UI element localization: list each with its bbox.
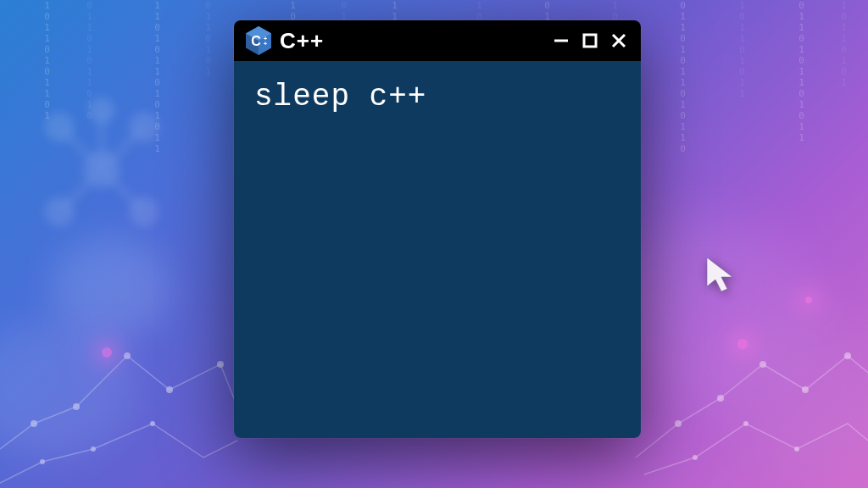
window-title: C++ [280, 28, 542, 54]
svg-point-23 [844, 352, 851, 359]
code-content-area[interactable]: sleep c++ [234, 61, 641, 438]
svg-point-13 [124, 352, 131, 359]
svg-point-21 [760, 361, 766, 368]
svg-point-14 [166, 386, 173, 393]
svg-point-26 [794, 446, 799, 452]
svg-text:+: + [264, 41, 267, 47]
maximize-icon [581, 32, 598, 49]
svg-point-25 [743, 421, 748, 426]
minimize-icon [553, 32, 570, 49]
svg-point-15 [217, 361, 224, 368]
code-window: C + + C++ sleep c++ [234, 20, 641, 438]
svg-point-11 [31, 420, 37, 427]
svg-point-12 [73, 403, 80, 410]
cursor-arrow-icon [700, 254, 741, 295]
svg-rect-31 [584, 35, 596, 47]
svg-text:C: C [251, 34, 261, 48]
close-button[interactable] [609, 30, 629, 51]
svg-point-16 [40, 459, 45, 464]
svg-point-17 [91, 446, 96, 452]
svg-point-18 [150, 421, 155, 426]
cpp-logo-icon: C + + [246, 26, 271, 55]
svg-point-24 [693, 455, 698, 460]
code-text: sleep c++ [254, 80, 620, 114]
minimize-button[interactable] [551, 30, 571, 51]
close-icon [610, 32, 627, 49]
svg-point-19 [675, 420, 682, 427]
svg-point-22 [802, 386, 809, 393]
titlebar[interactable]: C + + C++ [234, 20, 641, 61]
maximize-button[interactable] [580, 30, 600, 51]
window-controls [551, 30, 629, 51]
svg-point-20 [717, 395, 724, 402]
